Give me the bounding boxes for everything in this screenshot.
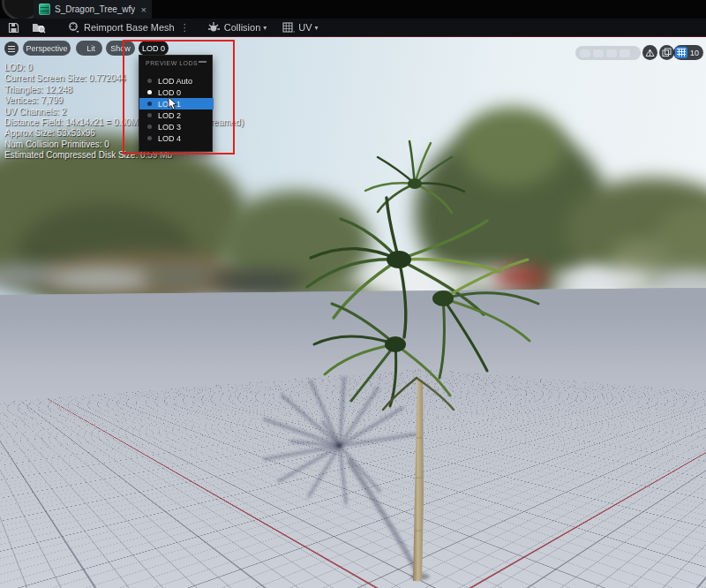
tree-trunk	[413, 380, 424, 581]
radio-dot-icon	[147, 79, 152, 83]
viewport-toolbar: Perspective Lit Show LOD 0	[0, 41, 706, 58]
tab-bar: S_Dragon_Tree_wfypejz... ×	[0, 0, 706, 19]
collision-icon	[207, 21, 221, 34]
pin-icon[interactable]	[199, 61, 207, 63]
static-mesh-icon	[39, 4, 50, 15]
tree-crown	[307, 141, 538, 410]
radio-dot-icon	[147, 113, 152, 117]
camera-speed-control[interactable]	[575, 46, 641, 60]
tree-shadow	[265, 378, 430, 580]
grid-snap-value: 10	[690, 49, 699, 57]
perspective-button[interactable]: Perspective	[23, 41, 71, 56]
tab-title: S_Dragon_Tree_wfypejz...	[55, 4, 135, 14]
collision-dropdown[interactable]: Collision	[224, 22, 261, 33]
viewport-menu-icon[interactable]	[4, 41, 19, 56]
preview-lods-menu: PREVIEW LODS LOD Auto LOD 0 LOD 1 LOD 2 …	[139, 55, 213, 152]
chevron-down-icon: ▾	[263, 24, 267, 32]
radio-dot-icon	[147, 124, 152, 129]
reimport-button[interactable]: Reimport Base Mesh	[84, 22, 175, 33]
radio-dot-icon	[147, 102, 152, 106]
show-button[interactable]: Show	[106, 41, 135, 56]
radio-dot-selected-icon	[147, 90, 152, 94]
viewport[interactable]: LOD: 0 Current Screen Size: 0.772044 Tri…	[0, 36, 706, 588]
menu-item-lod-0[interactable]: LOD 0	[139, 87, 214, 98]
reimport-icon[interactable]	[67, 21, 79, 34]
menu-item-lod-2[interactable]: LOD 2	[139, 109, 214, 121]
pyramid-widget-icon[interactable]	[642, 45, 657, 60]
browse-to-asset-icon[interactable]	[32, 21, 46, 34]
menu-item-lod-3[interactable]: LOD 3	[139, 121, 214, 132]
menu-item-lod-auto[interactable]: LOD Auto	[139, 75, 214, 87]
grid-snap-icon	[675, 47, 687, 58]
uv-dropdown[interactable]: UV	[298, 22, 312, 33]
lit-mode-button[interactable]: Lit	[76, 41, 102, 56]
dragon-tree-mesh	[0, 36, 706, 588]
preview-lods-header: PREVIEW LODS	[146, 60, 198, 66]
close-icon[interactable]: ×	[141, 4, 146, 15]
layers-icon[interactable]	[659, 45, 674, 60]
menu-item-lod-4[interactable]: LOD 4	[139, 132, 214, 144]
save-icon[interactable]	[8, 22, 19, 34]
chevron-down-icon: ▾	[315, 24, 319, 32]
overflow-menu-icon[interactable]: ⋮	[180, 22, 190, 34]
main-toolbar: Reimport Base Mesh ⋮ Collision ▾ UV ▾	[0, 19, 706, 36]
lod-button[interactable]: LOD 0	[139, 41, 169, 56]
menu-item-lod-1[interactable]: LOD 1	[139, 98, 214, 109]
asset-tab[interactable]: S_Dragon_Tree_wfypejz... ×	[34, 0, 152, 19]
radio-dot-icon	[147, 136, 152, 140]
uv-icon	[282, 22, 295, 34]
static-mesh-editor-window: S_Dragon_Tree_wfypejz... × Reimport Base…	[0, 0, 706, 588]
grid-snap-control[interactable]: 10	[673, 45, 703, 60]
